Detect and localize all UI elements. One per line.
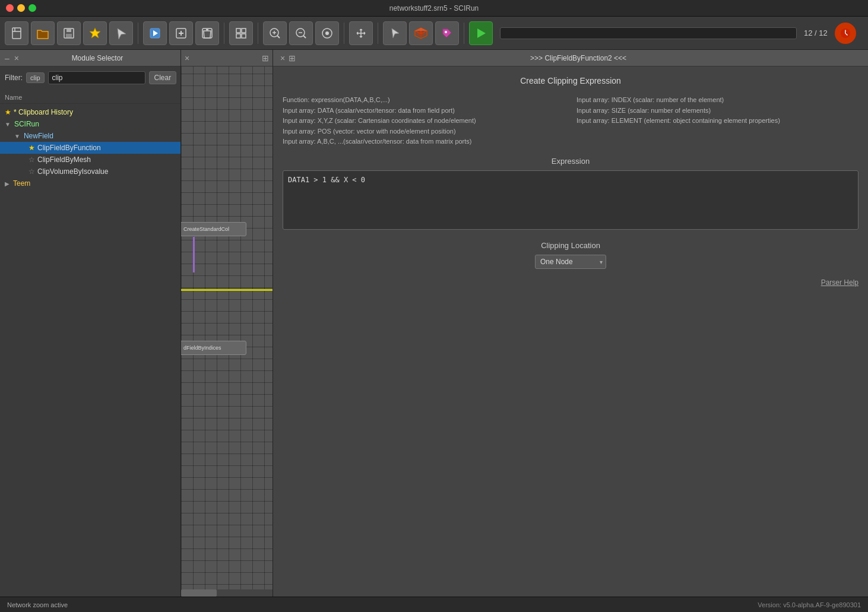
svg-rect-9 bbox=[236, 28, 240, 33]
canvas-module-dfield[interactable]: dFieldByIndices bbox=[181, 341, 246, 355]
star-icon-clipboard: ★ bbox=[5, 108, 11, 116]
svg-marker-18 bbox=[477, 28, 486, 38]
clipboard-label: * Clipboard History bbox=[14, 108, 73, 116]
separator-4 bbox=[344, 23, 344, 44]
window-controls bbox=[6, 4, 36, 12]
info-line-7: Input array: ELEMENT (element: object co… bbox=[576, 116, 859, 126]
status-text: Network zoom active bbox=[7, 601, 68, 608]
maximize-button[interactable] bbox=[28, 4, 36, 12]
scirun-label: SCIRun bbox=[14, 120, 39, 128]
filter-row: Filter: clip Clear bbox=[0, 66, 180, 89]
separator-2 bbox=[224, 23, 224, 44]
minimize-button[interactable] bbox=[17, 4, 25, 12]
clipping-label: Clipping Location bbox=[283, 241, 859, 250]
remove-module-button[interactable] bbox=[195, 21, 219, 45]
info-line-2: Input array: X,Y,Z (scalar: Cartensian c… bbox=[283, 116, 565, 126]
newfield-label: NewField bbox=[24, 132, 53, 140]
separator-5 bbox=[378, 23, 378, 44]
parser-help-button[interactable]: Parser Help bbox=[821, 278, 859, 287]
svg-rect-10 bbox=[242, 28, 246, 33]
right-panel-content: Create Clipping Expression Function: exp… bbox=[273, 66, 868, 597]
tree-item-teem[interactable]: ▶ Teem bbox=[0, 177, 180, 189]
layout-button[interactable] bbox=[229, 21, 253, 45]
clipping-select[interactable]: One Node One Element All Nodes All Eleme… bbox=[535, 255, 606, 269]
info-line-1: Input array: DATA (scalar/vector/tensor:… bbox=[283, 106, 565, 116]
main-toolbar: 12 / 12 bbox=[0, 17, 868, 50]
tree-item-scirun[interactable]: ▼ SCIRun bbox=[0, 118, 180, 130]
zoom-out-button[interactable] bbox=[289, 21, 313, 45]
cursor-button[interactable] bbox=[109, 21, 133, 45]
filter-label: Filter: bbox=[5, 74, 23, 82]
execute-all-button[interactable] bbox=[143, 21, 167, 45]
clipping-select-wrapper: One Node One Element All Nodes All Eleme… bbox=[535, 255, 606, 269]
panel-close-left-icon[interactable]: × bbox=[280, 53, 285, 63]
expression-section: Expression DATA1 > 1 && X < 0 bbox=[283, 157, 859, 232]
expand-icon-scirun: ▼ bbox=[5, 121, 11, 128]
canvas-area[interactable]: × ⊞ CreateStandardCol dFieldByIndices bbox=[181, 50, 273, 597]
info-line-0: Function: expression(DATA,A,B,C,...) bbox=[283, 95, 565, 106]
zoom-in-button[interactable] bbox=[263, 21, 287, 45]
canvas-float-icon[interactable]: ⊞ bbox=[262, 53, 269, 63]
right-panel: × ⊞ >>> ClipFieldByFunction2 <<< Create … bbox=[273, 50, 868, 597]
version-text: Version: v5.0-alpha.AF-9-ge890301 bbox=[758, 601, 861, 608]
svg-point-17 bbox=[445, 31, 447, 33]
progress-bar bbox=[500, 27, 797, 39]
module2-label: dFieldByIndices bbox=[183, 345, 221, 351]
horizontal-scrollbar[interactable] bbox=[181, 589, 273, 597]
tree-area: Name ★ * Clipboard History ▼ SCIRun ▼ Ne… bbox=[0, 89, 180, 597]
svg-rect-3 bbox=[66, 34, 72, 37]
canvas-yellow-line bbox=[181, 289, 273, 291]
panel-minimize-icon[interactable]: – bbox=[5, 53, 9, 63]
svg-rect-12 bbox=[242, 34, 246, 38]
expression-label: Expression bbox=[552, 157, 590, 166]
pan-button[interactable] bbox=[349, 21, 373, 45]
content-area: – × Module Selector Filter: clip Clear N… bbox=[0, 50, 868, 597]
canvas-grid bbox=[181, 50, 273, 597]
new-file-button[interactable] bbox=[5, 21, 28, 45]
info-line-3: Input array: POS (vector: vector with no… bbox=[283, 126, 565, 137]
favorite-button[interactable] bbox=[83, 21, 107, 45]
clear-button[interactable]: Clear bbox=[149, 71, 177, 84]
info-line-4: Input array: A,B,C, ...(scalar/vector/te… bbox=[283, 137, 565, 147]
svg-marker-4 bbox=[90, 28, 100, 38]
canvas-close-icon[interactable]: × bbox=[185, 53, 189, 63]
open-file-button[interactable] bbox=[31, 21, 55, 45]
info-col-left: Function: expression(DATA,A,B,C,...) Inp… bbox=[283, 95, 565, 147]
tag-button[interactable] bbox=[435, 21, 459, 45]
star-icon-clipvol: ☆ bbox=[28, 167, 35, 176]
filter-input[interactable] bbox=[48, 71, 145, 84]
pointer-button[interactable] bbox=[383, 21, 407, 45]
canvas-module-createstd[interactable]: CreateStandardCol bbox=[181, 222, 246, 236]
window-title: networkstuff2.srn5 - SCIRun bbox=[389, 4, 479, 12]
tree-item-clipfieldbyfunc[interactable]: ★ ClipFieldByFunction bbox=[0, 142, 180, 154]
left-panel-title: Module Selector bbox=[72, 54, 123, 62]
panel-dock-icon[interactable]: ⊞ bbox=[289, 53, 296, 63]
panel-close-icon[interactable]: × bbox=[14, 53, 19, 63]
center-view-button[interactable] bbox=[315, 21, 339, 45]
tree-item-clipboard[interactable]: ★ * Clipboard History bbox=[0, 106, 180, 118]
star-icon-clipfunc: ★ bbox=[28, 144, 35, 152]
left-panel: – × Module Selector Filter: clip Clear N… bbox=[0, 50, 181, 597]
info-line-6: Input array: SIZE (scalar: number of ele… bbox=[576, 106, 859, 116]
star-icon-clipmesh: ☆ bbox=[28, 156, 35, 164]
expression-textarea[interactable]: DATA1 > 1 && X < 0 bbox=[283, 170, 859, 230]
play-button[interactable] bbox=[469, 21, 493, 45]
section-title: Create Clipping Expression bbox=[283, 76, 859, 85]
tree-item-clipvolbyiso[interactable]: ☆ ClipVolumeByIsovalue bbox=[0, 166, 180, 177]
svg-point-16 bbox=[325, 31, 329, 35]
clipfieldbyfunc-label: ClipFieldByFunction bbox=[37, 144, 101, 152]
close-button[interactable] bbox=[6, 4, 14, 12]
add-module-button[interactable] bbox=[169, 21, 193, 45]
title-bar: networkstuff2.srn5 - SCIRun bbox=[0, 0, 868, 17]
scrollbar-thumb[interactable] bbox=[181, 589, 217, 597]
status-bar: Network zoom active Version: v5.0-alpha.… bbox=[0, 597, 868, 612]
separator-6 bbox=[464, 23, 464, 44]
tree-item-newfield[interactable]: ▼ NewField bbox=[0, 130, 180, 142]
cube-button[interactable] bbox=[409, 21, 433, 45]
teem-label: Teem bbox=[13, 179, 30, 188]
info-line-5: Input array: INDEX (scalar: number of th… bbox=[576, 95, 859, 106]
filter-type-button[interactable]: clip bbox=[26, 72, 45, 83]
tree-item-clipfieldbymesh[interactable]: ☆ ClipFieldByMesh bbox=[0, 154, 180, 166]
save-file-button[interactable] bbox=[57, 21, 81, 45]
separator-3 bbox=[258, 23, 258, 44]
